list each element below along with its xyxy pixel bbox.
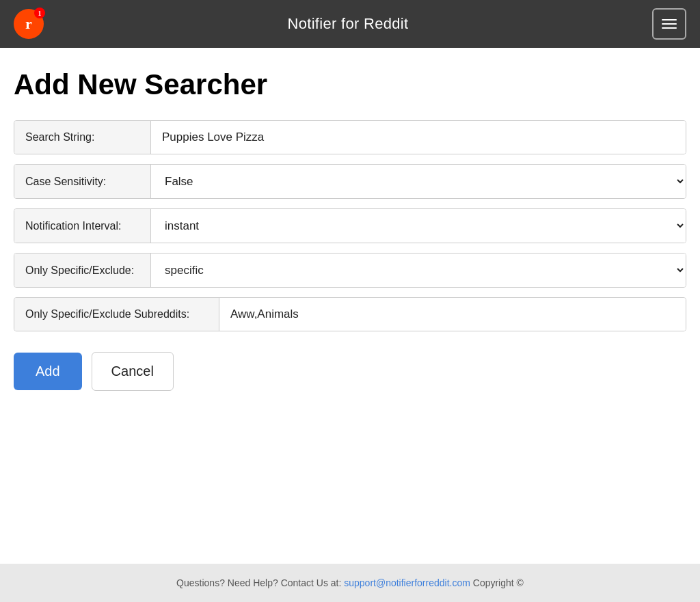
- notification-badge: 1: [34, 8, 45, 18]
- case-sensitivity-row: Case Sensitivity: False True: [14, 164, 686, 199]
- footer-text-before: Questions? Need Help? Contact Us at:: [176, 577, 344, 588]
- app-footer: Questions? Need Help? Contact Us at: sup…: [0, 564, 700, 602]
- app-title: Notifier for Reddit: [288, 15, 409, 33]
- logo-area: r 1: [14, 9, 44, 39]
- hamburger-icon: [662, 27, 677, 29]
- subreddits-input[interactable]: [219, 298, 686, 331]
- subreddits-label: Only Specific/Exclude Subreddits:: [14, 298, 219, 331]
- search-string-input[interactable]: [151, 121, 686, 154]
- app-header: r 1 Notifier for Reddit: [0, 0, 700, 48]
- search-string-label: Search String:: [14, 121, 151, 154]
- main-content: Add New Searcher Search String: Case Sen…: [0, 48, 700, 564]
- hamburger-icon: [662, 19, 677, 20]
- only-specific-exclude-label: Only Specific/Exclude:: [14, 254, 151, 287]
- cancel-button[interactable]: Cancel: [92, 352, 174, 391]
- subreddits-row: Only Specific/Exclude Subreddits:: [14, 297, 686, 331]
- footer-support-link[interactable]: support@notifierforreddit.com: [344, 577, 470, 588]
- search-string-row: Search String:: [14, 120, 686, 154]
- only-specific-exclude-select[interactable]: specific exclude all: [151, 254, 686, 287]
- button-row: Add Cancel: [14, 352, 686, 391]
- only-specific-exclude-row: Only Specific/Exclude: specific exclude …: [14, 253, 686, 288]
- add-button[interactable]: Add: [14, 353, 82, 390]
- notification-interval-row: Notification Interval: instant hourly da…: [14, 208, 686, 243]
- page-title: Add New Searcher: [14, 68, 686, 101]
- case-sensitivity-label: Case Sensitivity:: [14, 165, 151, 198]
- case-sensitivity-select[interactable]: False True: [151, 165, 686, 198]
- notification-interval-label: Notification Interval:: [14, 209, 151, 243]
- footer-text-after: Copyright ©: [470, 577, 524, 588]
- menu-button[interactable]: [652, 8, 686, 40]
- reddit-logo-icon: r 1: [14, 9, 44, 39]
- notification-interval-select[interactable]: instant hourly daily: [151, 209, 686, 243]
- hamburger-icon: [662, 23, 677, 25]
